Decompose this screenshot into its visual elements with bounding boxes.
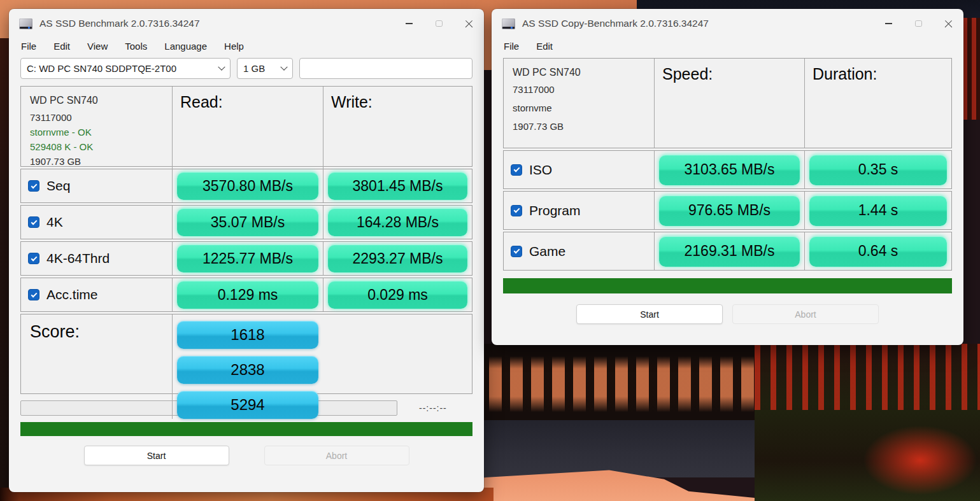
as-ssd-copy-benchmark-window: AS SSD Copy-Benchmark 2.0.7316.34247 Fil… — [492, 9, 963, 345]
menu-tools[interactable]: Tools — [125, 41, 147, 52]
minimize-button[interactable] — [394, 9, 424, 38]
menu-language[interactable]: Language — [164, 41, 207, 52]
drive-name: WD PC SN740 — [513, 67, 645, 78]
row-program-label: Program — [529, 203, 581, 218]
drive-info-row: WD PC SN740 73117000 stornvme - OK 52940… — [20, 86, 472, 167]
checkmark-icon — [31, 255, 37, 261]
test-size-select[interactable]: 1 GB — [237, 58, 293, 79]
toolbar: C: WD PC SN740 SDDPTQE-2T00 1 GB — [9, 58, 484, 79]
score-section: Score: 1618 2838 5294 — [20, 314, 472, 394]
game-speed-result: 2169.31 MB/s — [659, 236, 800, 267]
game-duration-result: 0.64 s — [809, 236, 947, 267]
time-display: --:--:-- — [419, 403, 447, 413]
seq-write-result: 3801.45 MB/s — [328, 172, 467, 200]
test-size-value: 1 GB — [243, 63, 265, 74]
drive-capacity: 1907.73 GB — [30, 156, 163, 167]
iso-duration-result: 0.35 s — [809, 155, 947, 185]
driver-name: stornvme — [513, 102, 645, 113]
iso-speed-result: 3103.65 MB/s — [659, 155, 800, 185]
menu-help[interactable]: Help — [224, 41, 244, 52]
row-acc-time-label: Acc.time — [46, 287, 98, 302]
start-button[interactable]: Start — [576, 304, 723, 324]
copy-benchmark-table: WD PC SN740 73117000 stornvme 1907.73 GB… — [492, 58, 963, 271]
row-4k-64thrd: 4K-64Thrd 1225.77 MB/s 2293.27 MB/s — [20, 241, 472, 276]
menu-file[interactable]: File — [21, 41, 36, 52]
program-speed-result: 976.65 MB/s — [659, 195, 800, 226]
checkbox-acc-time[interactable] — [28, 289, 39, 300]
status-bar — [20, 422, 472, 436]
close-icon — [944, 20, 953, 28]
maximize-button[interactable] — [904, 9, 934, 38]
4k-64thrd-write-result: 2293.27 MB/s — [328, 244, 467, 272]
window-title: AS SSD Benchmark 2.0.7316.34247 — [39, 18, 200, 29]
extra-field[interactable] — [299, 58, 472, 79]
titlebar: AS SSD Copy-Benchmark 2.0.7316.34247 — [492, 9, 963, 38]
checkmark-icon — [31, 182, 37, 188]
menu-file[interactable]: File — [504, 41, 519, 52]
menubar: File Edit View Tools Language Help — [9, 38, 484, 58]
seq-read-result: 3570.80 MB/s — [177, 172, 318, 200]
maximize-button[interactable] — [424, 9, 454, 38]
checkmark-icon — [513, 207, 520, 213]
benchmark-table: WD PC SN740 73117000 stornvme - OK 52940… — [9, 86, 484, 394]
row-4k-label: 4K — [46, 215, 63, 230]
drive-name: WD PC SN740 — [30, 95, 163, 106]
score-total: 5294 — [177, 391, 318, 419]
maximize-icon — [915, 20, 922, 27]
maximize-icon — [436, 20, 443, 27]
close-icon — [465, 20, 473, 28]
checkmark-icon — [513, 166, 520, 173]
checkbox-iso[interactable] — [511, 164, 522, 176]
wallpaper-red-columns — [755, 344, 980, 410]
row-game-label: Game — [529, 244, 565, 259]
wallpaper-temple-structure — [755, 344, 980, 501]
speed-column-header: Speed: — [654, 59, 804, 148]
menu-edit[interactable]: Edit — [53, 41, 70, 52]
row-iso: ISO 3103.65 MB/s 0.35 s — [503, 150, 952, 189]
driver-status: stornvme - OK — [30, 127, 163, 138]
row-iso-label: ISO — [529, 162, 552, 178]
chevron-down-icon — [218, 63, 225, 70]
checkbox-4k[interactable] — [28, 216, 39, 228]
hard-drive-icon — [19, 18, 32, 29]
write-column-header: Write: — [323, 87, 472, 179]
row-4k: 4K 35.07 MB/s 164.28 MB/s — [20, 205, 472, 239]
menu-view[interactable]: View — [87, 41, 108, 52]
minimize-icon — [406, 23, 413, 24]
window-controls — [394, 9, 484, 38]
checkbox-4k-64thrd[interactable] — [28, 253, 39, 264]
score-label: Score: — [21, 314, 172, 419]
titlebar: AS SSD Benchmark 2.0.7316.34247 — [9, 9, 484, 38]
checkbox-seq[interactable] — [28, 180, 39, 192]
acc-time-read-result: 0.129 ms — [177, 281, 318, 309]
as-ssd-benchmark-window: AS SSD Benchmark 2.0.7316.34247 File Edi… — [9, 9, 484, 492]
4k-64thrd-read-result: 1225.77 MB/s — [177, 244, 318, 272]
checkmark-icon — [31, 291, 37, 297]
checkbox-game[interactable] — [511, 246, 522, 257]
abort-button[interactable]: Abort — [732, 304, 879, 324]
menu-edit[interactable]: Edit — [536, 41, 553, 52]
drive-id: 73117000 — [30, 112, 163, 123]
row-4k-64thrd-label: 4K-64Thrd — [46, 251, 110, 266]
checkmark-icon — [31, 218, 37, 225]
row-seq-label: Seq — [46, 178, 70, 194]
drive-select[interactable]: C: WD PC SN740 SDDPTQE-2T00 — [20, 58, 231, 79]
4k-read-result: 35.07 MB/s — [177, 208, 318, 236]
drive-capacity: 1907.73 GB — [513, 121, 645, 132]
duration-column-header: Duration: — [804, 59, 951, 148]
4k-write-result: 164.28 MB/s — [328, 208, 467, 236]
row-program: Program 976.65 MB/s 1.44 s — [503, 191, 952, 230]
minimize-button[interactable] — [874, 9, 904, 38]
start-button[interactable]: Start — [84, 446, 229, 465]
abort-button[interactable]: Abort — [264, 446, 409, 465]
status-bar — [503, 278, 952, 293]
drive-id: 73117000 — [513, 84, 645, 95]
button-row: Start Abort — [9, 446, 484, 465]
close-button[interactable] — [454, 9, 484, 38]
checkbox-program[interactable] — [511, 205, 522, 216]
score-read: 1618 — [177, 321, 318, 349]
chevron-down-icon — [280, 63, 287, 70]
drive-info: WD PC SN740 73117000 stornvme 1907.73 GB — [504, 59, 654, 148]
close-button[interactable] — [934, 9, 963, 38]
drive-select-value: C: WD PC SN740 SDDPTQE-2T00 — [27, 63, 176, 74]
